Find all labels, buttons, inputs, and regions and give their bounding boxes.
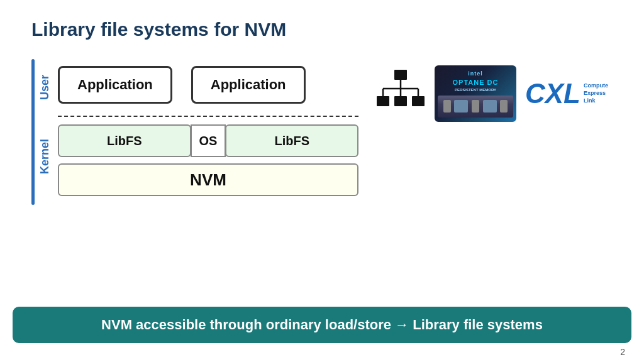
network-hierarchy-icon — [375, 69, 426, 119]
blue-border — [31, 59, 35, 205]
svg-rect-6 — [377, 96, 389, 106]
cxl-letters: CXL — [525, 80, 580, 107]
cxl-line1: Compute — [584, 82, 608, 90]
bottom-text: NVM accessible through ordinary load/sto… — [101, 317, 543, 333]
slide: Library file systems for NVM User Kernel… — [0, 0, 644, 362]
cxl-line3: Link — [584, 97, 608, 105]
libfs-os-row: LibFS OS LibFS — [58, 124, 358, 157]
chip-3 — [472, 100, 479, 112]
optane-brand-text: OPTANE DC — [453, 78, 499, 87]
icons-area: intel OPTANE DC PERSISTENT MEMORY CXL Co… — [358, 65, 613, 122]
chip-5 — [500, 100, 508, 112]
optane-text: intel OPTANE DC PERSISTENT MEMORY — [453, 70, 499, 92]
app-box-1: Application — [58, 66, 172, 104]
labels-wrapper: User Kernel — [31, 59, 58, 205]
slide-title: Library file systems for NVM — [31, 19, 613, 40]
os-box: OS — [191, 124, 226, 157]
chip-2 — [454, 100, 468, 112]
libfs-box-2: LibFS — [225, 124, 358, 157]
main-content: User Kernel Application Application Lib — [31, 59, 613, 205]
app-box-2: Application — [191, 66, 306, 104]
svg-rect-7 — [394, 96, 407, 106]
bottom-bar: NVM accessible through ordinary load/sto… — [13, 307, 631, 343]
chip-4 — [483, 100, 497, 112]
optane-body — [438, 96, 513, 118]
chip-1 — [443, 100, 451, 112]
user-row: Application Application — [58, 59, 358, 116]
optane-memory-image: intel OPTANE DC PERSISTENT MEMORY — [435, 65, 516, 122]
cxl-logo: CXL Compute Express Link — [525, 80, 608, 107]
svg-rect-0 — [394, 70, 407, 80]
kernel-label: Kernel — [38, 116, 52, 197]
user-label: User — [38, 59, 52, 116]
nvm-box: NVM — [58, 163, 358, 196]
kernel-row: LibFS OS LibFS NVM — [58, 117, 358, 205]
diagram-blocks: Application Application LibFS OS LibFS N… — [58, 59, 358, 205]
labels-column: User Kernel — [38, 59, 52, 205]
cxl-line2: Express — [584, 90, 608, 97]
libfs-box-1: LibFS — [58, 124, 191, 157]
optane-sub-text: PERSISTENT MEMORY — [453, 87, 499, 92]
page-number: 2 — [620, 347, 625, 357]
diagram-area: User Kernel Application Application Lib — [31, 59, 358, 205]
svg-rect-8 — [412, 96, 425, 106]
cxl-tagline: Compute Express Link — [584, 82, 608, 104]
